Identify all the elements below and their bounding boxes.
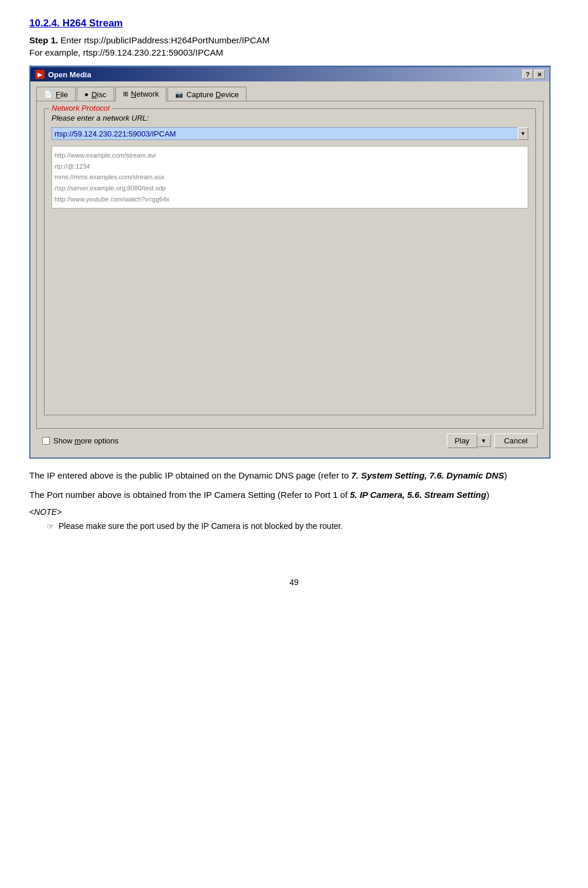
para2-bold: 5. IP Camera, 5.6. Stream Setting — [350, 490, 487, 500]
example-url-1: http://www.example.com/stream.avi — [54, 150, 525, 161]
step1-paragraph: Step 1. Enter rtsp://publicIPaddress:H26… — [29, 35, 559, 45]
url-input-row: ▼ — [52, 127, 528, 140]
note-item-text: Please make sure the port used by the IP… — [59, 521, 343, 531]
url-input[interactable] — [52, 127, 518, 140]
body-paragraph-2: The Port number above is obtained from t… — [29, 489, 559, 502]
body-paragraph-1: The IP entered above is the public IP ob… — [29, 469, 559, 483]
play-button[interactable]: Play — [447, 433, 477, 448]
step1-label: Step 1. — [29, 35, 58, 45]
dialog-footer: Show more options Play ▼ Cancel — [36, 429, 543, 452]
example-url-2: rtp://@:1234 — [54, 161, 525, 172]
para2-end: ) — [486, 490, 489, 500]
open-media-dialog: ▶ Open Media ? ✕ 📄 File ● Disc ⊞ Network — [29, 66, 551, 459]
titlebar-buttons: ? ✕ — [522, 70, 545, 79]
example-urls-list: http://www.example.com/stream.avi rtp://… — [52, 146, 528, 209]
tab-file[interactable]: 📄 File — [36, 87, 76, 101]
tab-disc-label: Disc — [91, 90, 106, 99]
dialog-close-button[interactable]: ✕ — [534, 70, 545, 79]
example-url-4: rtsp://server.example.org:8080/test.sdp — [54, 183, 525, 194]
section-title: 10.2.4. H264 Stream — [29, 18, 559, 29]
url-prompt-label: Please enter a network URL: — [52, 114, 528, 122]
note-list-item: ☞ Please make sure the port used by the … — [47, 521, 559, 531]
tab-capture-label: Capture Device — [186, 90, 239, 99]
play-dropdown-button[interactable]: ▼ — [477, 435, 491, 447]
tab-file-label: File — [56, 90, 68, 99]
example-url-3: mms://mms.examples.com/stream.asx — [54, 172, 525, 183]
titlebar-left: ▶ Open Media — [35, 70, 91, 79]
example-url-5: http://www.youtube.com/watch?v=gg64x — [54, 194, 525, 205]
tab-content-network: Network Protocol Please enter a network … — [36, 101, 543, 429]
show-more-options-row: Show more options — [42, 436, 118, 445]
dialog-help-button[interactable]: ? — [522, 70, 533, 79]
para1-bold: 7. System Setting, 7.6. Dynamic DNS — [351, 470, 504, 480]
step1-text: Enter rtsp://publicIPaddress:H264PortNum… — [60, 35, 269, 45]
tabs-row: 📄 File ● Disc ⊞ Network 📷 Capture Device — [36, 86, 543, 101]
cancel-button[interactable]: Cancel — [494, 433, 538, 448]
file-tab-icon: 📄 — [44, 90, 53, 98]
tab-capture-device[interactable]: 📷 Capture Device — [167, 87, 247, 101]
note-list: ☞ Please make sure the port used by the … — [29, 521, 559, 531]
url-dropdown-button[interactable]: ▼ — [518, 127, 528, 140]
tab-network-label: Network — [131, 90, 159, 98]
network-tab-icon: ⊞ — [123, 90, 128, 98]
dialog-body: 📄 File ● Disc ⊞ Network 📷 Capture Device… — [30, 81, 549, 457]
dialog-title: Open Media — [48, 70, 91, 79]
capture-tab-icon: 📷 — [175, 91, 183, 98]
note-bullet-icon: ☞ — [47, 522, 54, 531]
para1-text: The IP entered above is the public IP ob… — [29, 470, 351, 480]
dialog-app-icon: ▶ — [35, 70, 45, 79]
page-number: 49 — [29, 578, 559, 587]
show-more-label: Show more options — [53, 436, 118, 445]
disc-tab-icon: ● — [84, 90, 88, 98]
example-text: For example, rtsp://59.124.230.221:59003… — [29, 47, 559, 57]
para2-start: The Port number above is obtained from t… — [29, 490, 350, 500]
play-button-group: Play ▼ — [447, 433, 490, 448]
tab-network[interactable]: ⊞ Network — [115, 87, 167, 101]
note-heading: <NOTE> — [29, 507, 559, 517]
show-more-checkbox[interactable] — [42, 437, 50, 445]
network-protocol-group: Network Protocol Please enter a network … — [44, 108, 536, 415]
content-area — [52, 209, 528, 408]
tab-disc[interactable]: ● Disc — [77, 87, 114, 101]
dialog-buttons: Play ▼ Cancel — [447, 433, 538, 448]
group-box-legend: Network Protocol — [49, 104, 112, 112]
para1-end: ) — [504, 470, 507, 480]
dialog-titlebar: ▶ Open Media ? ✕ — [30, 67, 549, 81]
